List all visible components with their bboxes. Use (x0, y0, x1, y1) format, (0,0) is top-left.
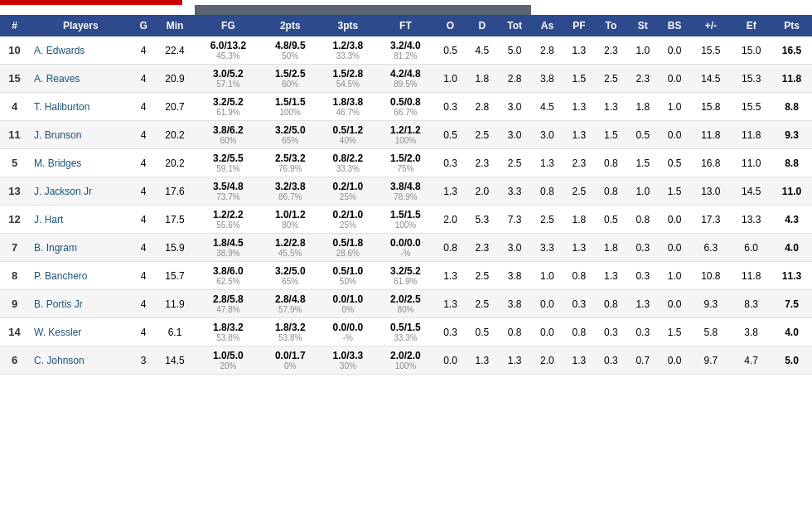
player-fg: 2.8/5.8 47.8% (195, 290, 261, 318)
player-o: 0.8 (434, 234, 466, 262)
player-tot: 3.0 (498, 93, 531, 121)
player-pf: 2.5 (563, 177, 595, 206)
player-pts: 8.8 (771, 149, 812, 177)
col-2pts: 2pts (261, 15, 319, 36)
player-tot: 0.8 (498, 318, 531, 346)
player-as: 0.0 (531, 318, 563, 346)
player-2pts: 1.2/2.8 45.5% (261, 234, 319, 262)
col-as: As (531, 15, 563, 36)
player-to: 1.3 (595, 262, 626, 290)
player-o: 1.3 (434, 177, 466, 206)
table-row: 12 J. Hart 4 17.5 1.2/2.2 55.6% 1.0/1.2 … (0, 206, 812, 234)
player-to: 2.5 (595, 65, 626, 93)
col-ft: FT (377, 15, 435, 36)
player-g: 4 (133, 36, 155, 65)
player-3pts: 1.0/3.3 30% (319, 346, 377, 375)
player-st: 1.0 (627, 36, 659, 65)
player-min: 20.2 (155, 121, 196, 149)
player-to: 0.3 (595, 346, 626, 375)
player-ft: 1.5/1.5 100% (377, 206, 435, 234)
player-pm: 17.3 (690, 206, 731, 234)
player-d: 2.5 (466, 290, 498, 318)
player-bs: 0.0 (659, 234, 690, 262)
player-g: 4 (133, 93, 155, 121)
player-o: 1.0 (434, 65, 466, 93)
player-2pts: 0.0/1.7 0% (261, 346, 319, 375)
player-name: W. Kessler (29, 318, 133, 346)
player-3pts: 0.8/2.2 33.3% (319, 149, 377, 177)
player-pm: 9.3 (690, 290, 731, 318)
player-ft: 0.5/1.5 33.3% (377, 318, 435, 346)
player-pf: 0.8 (563, 318, 595, 346)
player-o: 0.5 (434, 36, 466, 65)
player-to: 1.5 (595, 121, 626, 149)
player-g: 4 (133, 234, 155, 262)
player-ft: 0.5/0.8 66.7% (377, 93, 435, 121)
player-min: 11.9 (155, 290, 196, 318)
player-pm: 15.8 (690, 93, 731, 121)
player-3pts: 0.5/1.0 50% (319, 262, 377, 290)
player-as: 0.0 (531, 290, 563, 318)
player-pts: 8.8 (771, 93, 812, 121)
player-pf: 1.5 (563, 65, 595, 93)
player-pf: 1.3 (563, 346, 595, 375)
player-fg: 1.8/4.5 38.9% (195, 234, 261, 262)
player-as: 1.0 (531, 262, 563, 290)
table-row: 5 M. Bridges 4 20.2 3.2/5.5 59.1% 2.5/3.… (0, 149, 812, 177)
player-ef: 8.3 (731, 290, 771, 318)
player-name: M. Bridges (29, 149, 133, 177)
player-ft: 1.5/2.0 75% (377, 149, 435, 177)
player-fg: 3.0/5.2 57.1% (195, 65, 261, 93)
player-st: 0.3 (627, 234, 659, 262)
col-d: D (466, 15, 498, 36)
player-as: 3.3 (531, 234, 563, 262)
player-tot: 5.0 (498, 36, 531, 65)
player-bs: 1.0 (659, 262, 690, 290)
player-min: 22.4 (155, 36, 196, 65)
player-2pts: 3.2/3.8 86.7% (261, 177, 319, 206)
player-pts: 11.8 (771, 65, 812, 93)
player-pts: 11.3 (771, 262, 812, 290)
player-pts: 16.5 (771, 36, 812, 65)
player-pm: 15.5 (690, 36, 731, 65)
col-o: O (434, 15, 466, 36)
table-row: 10 A. Edwards 4 22.4 6.0/13.2 45.3% 4.8/… (0, 36, 812, 65)
col-pm: +/- (690, 15, 731, 36)
player-to: 0.8 (595, 290, 626, 318)
player-d: 1.8 (466, 65, 498, 93)
player-min: 20.2 (155, 149, 196, 177)
player-ef: 6.0 (731, 234, 771, 262)
player-as: 2.0 (531, 346, 563, 375)
player-min: 17.5 (155, 206, 196, 234)
player-3pts: 0.0/0.0 -% (319, 318, 377, 346)
player-g: 3 (133, 346, 155, 375)
player-as: 1.3 (531, 149, 563, 177)
player-3pts: 0.2/1.0 25% (319, 177, 377, 206)
player-st: 0.8 (627, 206, 659, 234)
empty-group (0, 5, 195, 15)
player-2pts: 2.5/3.2 76.9% (261, 149, 319, 177)
player-g: 4 (133, 206, 155, 234)
col-to: To (595, 15, 626, 36)
player-2pts: 1.8/3.2 53.8% (261, 318, 319, 346)
player-ef: 15.0 (731, 36, 771, 65)
player-pf: 1.3 (563, 234, 595, 262)
player-min: 20.9 (155, 65, 196, 93)
player-num: 14 (0, 318, 29, 346)
player-pf: 1.3 (563, 121, 595, 149)
player-ft: 2.0/2.0 100% (377, 346, 435, 375)
player-as: 4.5 (531, 93, 563, 121)
player-g: 4 (133, 318, 155, 346)
col-pts: Pts (771, 15, 812, 36)
player-as: 2.5 (531, 206, 563, 234)
player-d: 2.8 (466, 93, 498, 121)
player-bs: 1.0 (659, 93, 690, 121)
player-fg: 1.2/2.2 55.6% (195, 206, 261, 234)
player-num: 7 (0, 234, 29, 262)
table-row: 14 W. Kessler 4 6.1 1.8/3.2 53.8% 1.8/3.… (0, 318, 812, 346)
player-min: 15.7 (155, 262, 196, 290)
player-fg: 3.8/6.2 60% (195, 121, 261, 149)
player-o: 0.3 (434, 93, 466, 121)
player-pm: 10.8 (690, 262, 731, 290)
player-ef: 4.7 (731, 346, 771, 375)
